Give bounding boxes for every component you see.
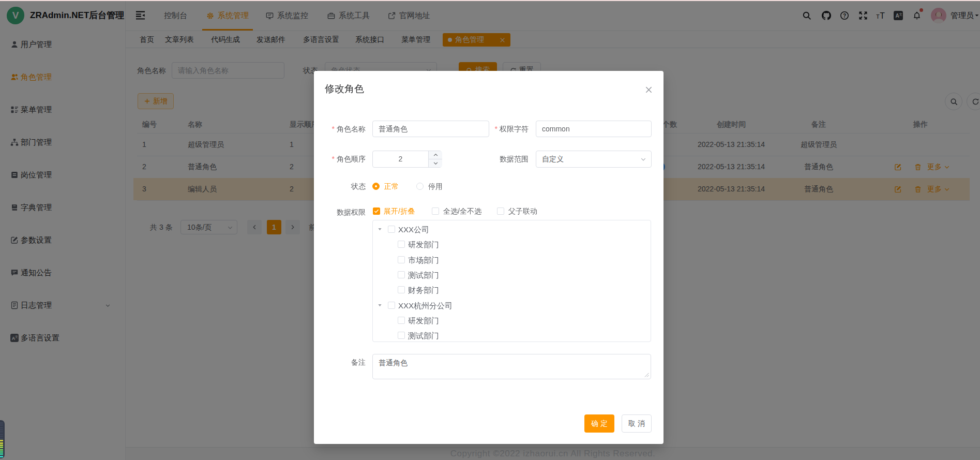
checkbox-parent-child[interactable] (497, 207, 504, 215)
tree-node-label: 市场部门 (408, 253, 439, 268)
tree-node[interactable]: 研发部门 (373, 313, 651, 328)
tree-checkbox[interactable] (388, 226, 395, 233)
tree-node[interactable]: 测试部门 (373, 268, 651, 283)
corner-widget (0, 420, 5, 458)
tree-checkbox[interactable] (398, 286, 405, 293)
tree-checkbox[interactable] (398, 241, 405, 248)
dialog-remark-textarea[interactable]: 普通角色 (372, 354, 651, 379)
tree-node-label: 测试部门 (408, 268, 439, 283)
checkbox-expand-collapse[interactable] (373, 207, 380, 215)
radio-disabled-label[interactable]: 停用 (428, 183, 443, 190)
dialog-perm-char-input[interactable]: common (536, 121, 652, 137)
checkbox-parent-child-label[interactable]: 父子联动 (508, 207, 537, 215)
tree-checkbox[interactable] (398, 332, 405, 339)
tree-node[interactable]: 测试部门 (373, 328, 651, 342)
dialog-close-icon[interactable] (645, 86, 653, 94)
dialog-data-scope-select[interactable]: 自定义 (536, 151, 652, 168)
dialog-confirm-button[interactable]: 确 定 (584, 414, 614, 433)
tree-node-label: XXX公司 (398, 222, 429, 237)
tree-checkbox[interactable] (388, 302, 395, 309)
tree-node-label: 测试部门 (408, 328, 439, 342)
dialog-title: 修改角色 (325, 82, 364, 96)
dialog-status-label: 状态 (314, 178, 366, 195)
checkbox-expand-collapse-label[interactable]: 展开/折叠 (384, 207, 415, 215)
dialog-data-perm-label: 数据权限 (314, 204, 366, 220)
tree-checkbox[interactable] (398, 256, 405, 263)
tree-node[interactable]: 财务部门 (373, 283, 651, 298)
radio-normal-label[interactable]: 正常 (384, 183, 399, 190)
edit-role-dialog: 修改角色 *角色名称 普通角色 *权限字符 common *角色顺序 2 数据范… (314, 71, 664, 444)
tree-node[interactable]: XXX公司 (373, 222, 651, 237)
tree-node-label: 研发部门 (408, 237, 439, 252)
tree-node[interactable]: 市场部门 (373, 253, 651, 268)
tree-checkbox[interactable] (398, 317, 405, 324)
tree-node[interactable]: XXX杭州分公司 (373, 298, 651, 313)
data-scope-chevron-icon (640, 156, 646, 162)
tree-node-label: 财务部门 (408, 283, 439, 298)
tree-node-label: 研发部门 (408, 313, 439, 328)
tree-caret-icon[interactable] (377, 227, 382, 232)
tree-caret-icon[interactable] (377, 303, 382, 308)
dept-tree: XXX公司研发部门市场部门测试部门财务部门XXX杭州分公司研发部门测试部门 (372, 220, 651, 342)
dialog-role-order-label: *角色顺序 (314, 151, 366, 167)
dialog-perm-char-label: *权限字符 (435, 121, 529, 137)
window-top-strip (0, 0, 980, 1)
checkbox-select-all-label[interactable]: 全选/全不选 (443, 207, 481, 215)
tree-node-label: XXX杭州分公司 (398, 298, 453, 313)
tree-checkbox[interactable] (398, 271, 405, 278)
dialog-cancel-button[interactable]: 取 消 (622, 414, 652, 433)
dialog-role-name-label: *角色名称 (314, 121, 366, 137)
textarea-resize-grip[interactable] (644, 373, 650, 378)
dialog-remark-label: 备注 (314, 354, 366, 370)
tree-node[interactable]: 研发部门 (373, 237, 651, 252)
dialog-role-order-input[interactable]: 2 (372, 151, 442, 168)
dialog-data-scope-label: 数据范围 (435, 151, 529, 167)
radio-normal[interactable] (372, 183, 380, 190)
radio-disabled[interactable] (416, 183, 424, 190)
checkbox-select-all[interactable] (432, 207, 439, 215)
